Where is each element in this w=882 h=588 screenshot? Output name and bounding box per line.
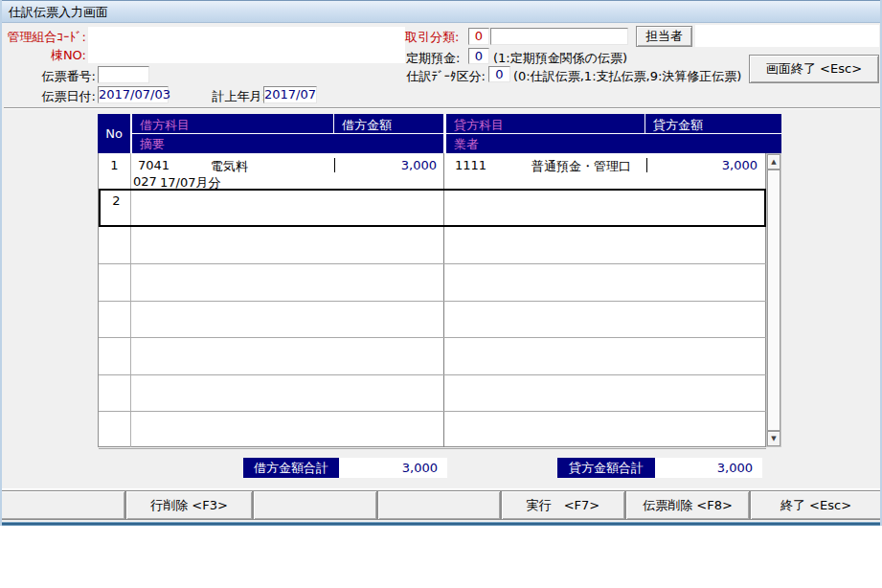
shiwake-kubun-note: (0:仕訳伝票,1:支払伝票,9:決算修正伝票) <box>513 68 741 85</box>
tantosha-button[interactable]: 担当者 <box>636 26 692 47</box>
window-title: 仕訳伝票入力画面 <box>9 5 108 19</box>
row1-debit-code: 7041 <box>138 158 170 172</box>
section-divider <box>4 107 880 109</box>
table-body: 1 7041 電気料 3,000 1111 普通預金・管理口 3,000 027… <box>98 153 766 447</box>
row2-no: 2 <box>101 193 132 208</box>
shiwake-kubun-label: 仕訳ﾃﾞｰﾀ区分: <box>373 68 486 85</box>
gamen-shuryo-button[interactable]: 画面終了 <Esc> <box>749 55 879 83</box>
col-debit-account-header: 借方科目 <box>140 117 190 134</box>
journal-entry-window: 仕訳伝票入力画面 管理組合ｺｰﾄﾞ: 棟NO: 伝票番号: 伝票日付: 2017… <box>0 0 882 526</box>
credit-total-label: 貸方金額合計 <box>557 458 655 478</box>
grid-hline <box>99 448 766 449</box>
row1-credit-code: 1111 <box>455 158 486 172</box>
cell-tick <box>646 158 647 172</box>
kanri-kumiai-input[interactable] <box>88 27 405 63</box>
debit-total-label: 借方金額合計 <box>243 458 339 478</box>
window-bottom-border <box>0 522 882 526</box>
scroll-down-icon: ▼ <box>771 435 776 442</box>
row1-debit-amount: 3,000 <box>338 158 437 172</box>
row1-credit-amount: 3,000 <box>649 158 758 172</box>
tantosha-input[interactable] <box>695 25 879 47</box>
teiki-yokin-label: 定期預金: <box>406 50 460 67</box>
slip-delete-button[interactable]: 伝票削除 <F8> <box>625 490 750 520</box>
col-no-header: No <box>98 114 130 153</box>
torihiki-bunrui-name-input[interactable] <box>490 28 628 45</box>
denpyo-date-input[interactable]: 2017/07/03 <box>98 86 169 103</box>
col-vendor-header: 業者 <box>454 136 479 153</box>
header-separator <box>645 114 645 133</box>
denpyo-bango-label: 伝票番号: <box>4 68 96 85</box>
col-summary-header: 摘要 <box>140 136 165 153</box>
denpyo-bango-input[interactable] <box>98 66 149 83</box>
grid-hline <box>99 411 766 412</box>
title-bar: 仕訳伝票入力画面 <box>0 0 882 23</box>
header-separator <box>333 114 334 133</box>
footer-button-3[interactable] <box>253 490 377 520</box>
shiwake-kubun-input[interactable]: 0 <box>488 66 510 82</box>
debit-total-value: 3,000 <box>339 458 447 478</box>
header-separator <box>446 133 781 134</box>
table-header: No 借方科目 借方金額 貸方科目 貸方金額 摘要 業者 <box>98 114 781 153</box>
col-debit-amount-header: 借方金額 <box>342 117 392 134</box>
table-row-2-selected[interactable]: 2 <box>99 189 766 227</box>
kanri-kumiai-label: 管理組合ｺｰﾄﾞ: <box>4 29 86 46</box>
footer-highlight-line <box>2 488 880 489</box>
execute-button[interactable]: 実行 <F7> <box>501 490 625 520</box>
row1-credit-name: 普通預金・管理口 <box>531 158 631 175</box>
teiki-yokin-note: (1:定期預金関係の伝票) <box>493 50 627 67</box>
torihiki-bunrui-input[interactable]: 0 <box>468 28 489 45</box>
footer-button-4[interactable] <box>377 490 501 520</box>
grid-hline <box>99 337 766 338</box>
cell-tick <box>334 158 335 172</box>
row1-debit-name: 電気料 <box>211 158 248 175</box>
exit-button[interactable]: 終了 <Esc> <box>750 490 882 520</box>
vertical-scrollbar[interactable]: ▲ ▼ <box>766 153 781 447</box>
teiki-yokin-input[interactable]: 0 <box>468 48 489 64</box>
grid-hline <box>99 374 766 375</box>
col-credit-amount-header: 貸方金額 <box>653 117 703 134</box>
col-credit-account-header: 貸方科目 <box>454 117 504 134</box>
denpyo-date-label: 伝票日付: <box>4 88 96 105</box>
keijo-nengetsu-label: 計上年月: <box>190 88 266 105</box>
scroll-up-button[interactable]: ▲ <box>767 154 780 170</box>
torihiki-bunrui-label: 取引分類: <box>405 29 459 46</box>
grid-hline <box>99 263 766 264</box>
row-delete-button[interactable]: 行削除 <F3> <box>125 490 253 520</box>
scroll-down-button[interactable]: ▼ <box>767 431 780 446</box>
journal-table: No 借方科目 借方金額 貸方科目 貸方金額 摘要 業者 1 7041 電気料 <box>98 114 782 448</box>
keijo-nengetsu-input[interactable]: 2017/07 <box>263 86 317 103</box>
row1-summary-code: 027 <box>133 174 157 189</box>
scrollbar-thumb[interactable] <box>767 170 780 431</box>
header-separator <box>132 133 443 134</box>
credit-total-value: 3,000 <box>655 458 762 478</box>
grid-hline <box>99 301 766 302</box>
tou-no-label: 棟NO: <box>4 47 86 64</box>
footer-button-1[interactable] <box>0 490 125 520</box>
scroll-up-icon: ▲ <box>771 158 776 166</box>
row1-no: 1 <box>99 158 130 172</box>
